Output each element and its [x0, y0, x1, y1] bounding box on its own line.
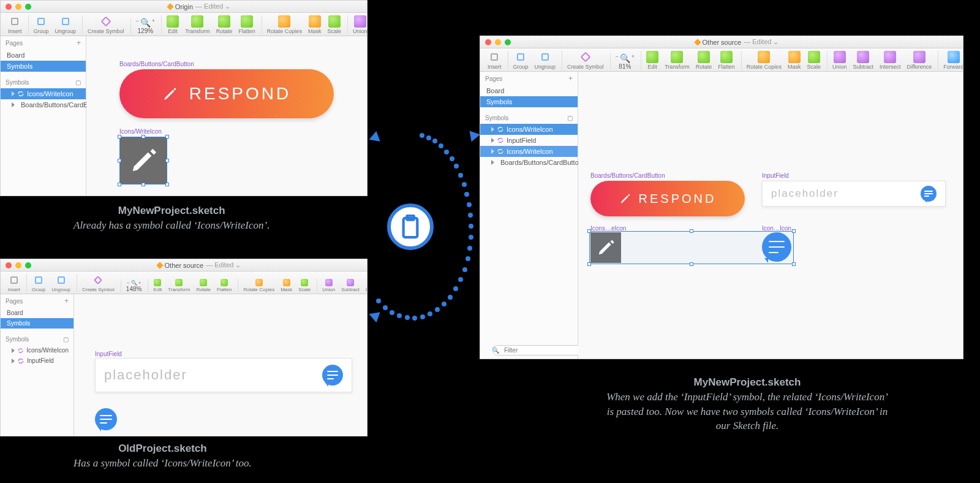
subtract-button[interactable]: Subtract [850, 51, 876, 70]
close-icon[interactable] [6, 4, 12, 10]
page-item-symbols[interactable]: Symbols [480, 96, 578, 107]
create-symbol-button[interactable]: Create Symbol [82, 15, 127, 34]
page-item-board[interactable]: Board [480, 85, 578, 96]
traffic-lights[interactable] [485, 39, 511, 45]
artboard-label[interactable]: InputField [762, 172, 789, 179]
respond-button-artboard[interactable]: RESPOND [119, 69, 334, 118]
rotate-button[interactable]: Rotate [214, 15, 235, 34]
traffic-lights[interactable] [6, 262, 31, 268]
writeicon-artboard[interactable] [119, 137, 167, 184]
ungroup-button[interactable]: Ungroup [49, 274, 73, 292]
inputfield-artboard[interactable]: placeholder [762, 181, 946, 207]
sketch-window-other-large: Other source — Edited ⌄ Insert Group Ung… [480, 36, 963, 359]
add-page-icon[interactable]: + [64, 297, 69, 305]
edit-button[interactable]: Edit [148, 279, 164, 292]
inputfield-artboard[interactable]: placeholder [95, 358, 352, 392]
pencil-icon [619, 192, 631, 205]
create-symbol-button[interactable]: Create Symbol [77, 274, 117, 292]
mask-button[interactable]: Mask [278, 279, 295, 292]
rotate-copies-button[interactable]: Rotate Copies [741, 51, 784, 70]
edit-button[interactable]: Edit [161, 15, 181, 34]
transform-button[interactable]: Transform [165, 279, 192, 292]
group-button[interactable]: Group [26, 274, 48, 292]
zoom-icon[interactable] [25, 262, 31, 268]
minimize-icon[interactable] [15, 4, 21, 10]
transform-button[interactable]: Transform [183, 15, 213, 34]
intersect-button[interactable]: Intersect [363, 279, 367, 292]
page-item-board[interactable]: Board [1, 308, 74, 318]
titlebar[interactable]: Other source — Edited ⌄ [480, 36, 963, 48]
titlebar[interactable]: Other source — Edited ⌄ [1, 259, 367, 272]
group-button[interactable]: Group [28, 15, 51, 34]
scale-button[interactable]: Scale [325, 15, 344, 34]
zoom-control[interactable]: −🔍+148% [121, 280, 145, 292]
page-item-board[interactable]: Board [1, 50, 86, 61]
minimize-icon[interactable] [15, 262, 21, 268]
forward-button[interactable]: Forward [938, 51, 963, 70]
insert-button[interactable]: Insert [6, 15, 24, 34]
insert-button[interactable]: Insert [6, 274, 23, 292]
insert-button[interactable]: Insert [485, 51, 504, 70]
artboard-label[interactable]: Boards/Buttons/CardButton [119, 61, 194, 67]
symbol-item[interactable]: Boards/Buttons/CardButton [1, 99, 86, 110]
intersect-button[interactable]: Intersect [877, 51, 903, 70]
flatten-button[interactable]: Flatten [715, 51, 737, 70]
zoom-control[interactable]: −🔍+81% [610, 53, 638, 70]
group-button[interactable]: Group [508, 51, 531, 70]
sketch-doc-icon [694, 39, 701, 45]
mask-button[interactable]: Mask [785, 51, 804, 70]
canvas[interactable]: InputField placeholder [74, 294, 367, 436]
chat-icon-artboard[interactable] [95, 408, 117, 430]
panel-toggle-icon[interactable]: ▢ [75, 79, 81, 86]
create-symbol-button[interactable]: Create Symbol [562, 51, 606, 70]
difference-button[interactable]: Difference [904, 51, 934, 70]
zoom-icon[interactable] [25, 4, 31, 10]
rotate-copies-button[interactable]: Rotate Copies [238, 279, 277, 292]
panel-toggle-icon[interactable]: ▢ [63, 336, 69, 343]
add-page-icon[interactable]: + [77, 39, 81, 47]
titlebar[interactable]: Origin — Edited ⌄ [1, 1, 367, 13]
flatten-button[interactable]: Flatten [236, 15, 258, 34]
minimize-icon[interactable] [495, 39, 501, 45]
symbol-item[interactable]: Icons/WriteIcon [480, 146, 578, 157]
canvas[interactable]: Boards/Buttons/CardButton RESPOND Icons/… [86, 36, 367, 196]
close-icon[interactable] [485, 39, 491, 45]
rotate-copies-button[interactable]: Rotate Copies [262, 15, 304, 34]
rotate-button[interactable]: Rotate [194, 279, 213, 292]
rotate-button[interactable]: Rotate [693, 51, 715, 70]
scale-button[interactable]: Scale [804, 51, 823, 70]
symbol-item[interactable]: Icons/WriteIcon [1, 88, 86, 99]
caption-b: OldProject.sketch Has a symbol called ‘I… [74, 441, 252, 471]
symbol-item[interactable]: Icons/WriteIcon [1, 345, 74, 356]
mask-button[interactable]: Mask [306, 15, 324, 34]
close-icon[interactable] [6, 262, 12, 268]
zoom-control[interactable]: −🔍+129% [130, 18, 158, 34]
union-button[interactable]: Union [827, 51, 850, 70]
symbol-item[interactable]: Icons/WriteIcon [480, 124, 578, 135]
selection-box [589, 231, 794, 264]
scale-button[interactable]: Scale [296, 279, 313, 292]
symbol-item[interactable]: InputField [480, 135, 578, 146]
canvas[interactable]: Boards/Buttons/CardButton RESPOND InputF… [578, 72, 963, 359]
ungroup-button[interactable]: Ungroup [532, 51, 559, 70]
zoom-icon[interactable] [505, 39, 511, 45]
traffic-lights[interactable] [6, 4, 31, 10]
artboard-label[interactable]: InputField [95, 351, 122, 357]
ungroup-button[interactable]: Ungroup [53, 15, 79, 34]
artboard-label[interactable]: Boards/Buttons/CardButton [590, 172, 665, 179]
symbol-item[interactable]: InputField [1, 356, 74, 366]
union-button[interactable]: Union [317, 279, 337, 292]
add-page-icon[interactable]: + [568, 74, 573, 83]
page-item-symbols[interactable]: Symbols [1, 61, 86, 72]
union-button[interactable]: Union [347, 15, 367, 34]
flatten-button[interactable]: Flatten [214, 279, 234, 292]
transform-button[interactable]: Transform [662, 51, 692, 70]
artboard-label[interactable]: Icons/WriteIcon [119, 128, 162, 135]
subtract-button[interactable]: Subtract [339, 279, 362, 292]
symbol-item[interactable]: Boards/Buttons/CardButton [480, 157, 578, 168]
panel-toggle-icon[interactable]: ▢ [567, 115, 573, 121]
respond-button-artboard[interactable]: RESPOND [590, 181, 745, 216]
page-item-symbols[interactable]: Symbols [1, 318, 74, 329]
edit-button[interactable]: Edit [641, 51, 661, 70]
filter-input[interactable] [492, 345, 586, 356]
